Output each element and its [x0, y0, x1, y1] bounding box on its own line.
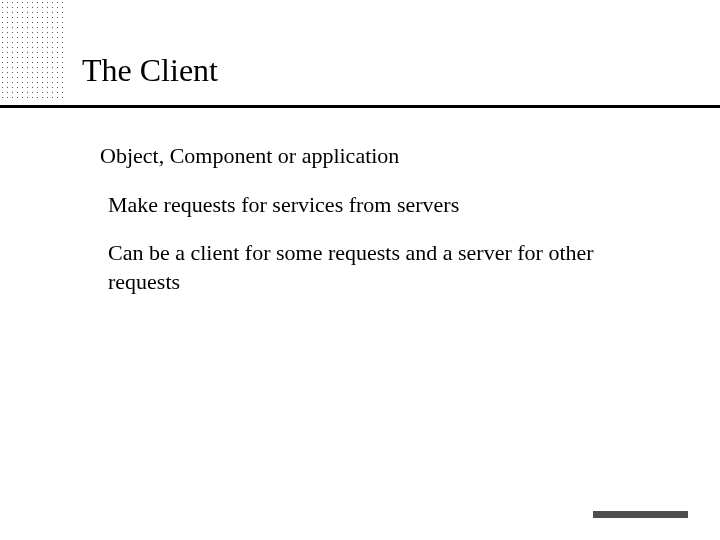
- bullet-level1: Object, Component or application: [100, 142, 640, 171]
- slide-title: The Client: [82, 52, 218, 89]
- footer-accent: [593, 511, 688, 518]
- slide-body: Object, Component or application Make re…: [100, 142, 640, 316]
- corner-decoration: [0, 0, 65, 100]
- slide: The Client Object, Component or applicat…: [0, 0, 720, 540]
- title-rule: [0, 105, 720, 108]
- bullet-level2: Make requests for services from servers: [108, 191, 640, 220]
- bullet-level2: Can be a client for some requests and a …: [108, 239, 640, 296]
